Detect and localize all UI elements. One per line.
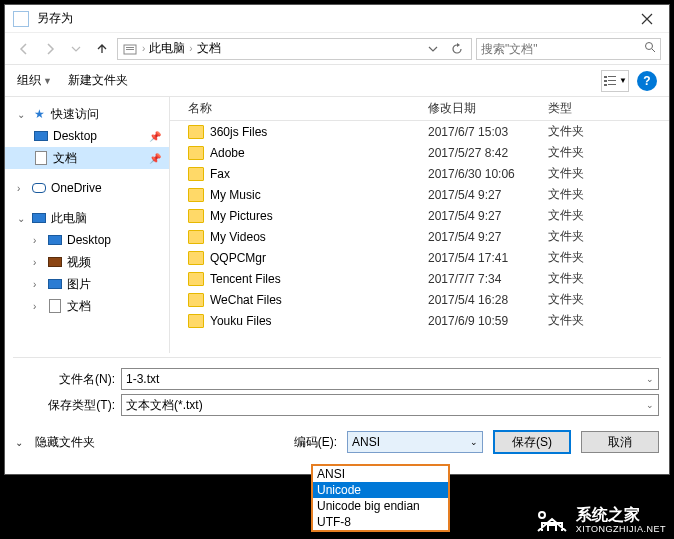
forward-button[interactable] [39, 38, 61, 60]
tree-onedrive[interactable]: ›OneDrive [5, 177, 169, 199]
file-date: 2017/6/9 10:59 [428, 314, 548, 328]
file-type: 文件夹 [548, 123, 584, 140]
logo-icon [534, 505, 570, 535]
svg-point-10 [539, 512, 545, 518]
file-name: My Pictures [210, 209, 428, 223]
table-row[interactable]: 360js Files2017/6/7 15:03文件夹 [170, 121, 669, 142]
tree-pictures[interactable]: ›图片 [5, 273, 169, 295]
footer: ⌄ 隐藏文件夹 编码(E): ANSI⌄ 保存(S) 取消 [5, 422, 669, 462]
search-box[interactable] [476, 38, 661, 60]
file-date: 2017/7/7 7:34 [428, 272, 548, 286]
file-type: 文件夹 [548, 165, 584, 182]
encoding-option[interactable]: Unicode [313, 482, 448, 498]
file-name: Youku Files [210, 314, 428, 328]
table-row[interactable]: QQPCMgr2017/5/4 17:41文件夹 [170, 247, 669, 268]
file-name: My Videos [210, 230, 428, 244]
col-name[interactable]: 名称 [188, 100, 428, 117]
tree-videos[interactable]: ›视频 [5, 251, 169, 273]
table-row[interactable]: My Pictures2017/5/4 9:27文件夹 [170, 205, 669, 226]
cancel-button[interactable]: 取消 [581, 431, 659, 453]
file-rows: 360js Files2017/6/7 15:03文件夹Adobe2017/5/… [170, 121, 669, 353]
table-row[interactable]: My Videos2017/5/4 9:27文件夹 [170, 226, 669, 247]
file-date: 2017/5/4 17:41 [428, 251, 548, 265]
encoding-label: 编码(E): [294, 434, 337, 451]
breadcrumb-root[interactable]: 此电脑 [149, 40, 185, 57]
organize-button[interactable]: 组织▼ [17, 72, 52, 89]
chevron-down-icon[interactable]: ⌄ [646, 374, 654, 384]
close-button[interactable] [625, 5, 669, 33]
chevron-down-icon: ⌄ [470, 437, 478, 447]
folder-icon [188, 230, 204, 244]
file-date: 2017/6/30 10:06 [428, 167, 548, 181]
tree-this-pc[interactable]: ⌄此电脑 [5, 207, 169, 229]
tree-quick-access[interactable]: ⌄★快速访问 [5, 103, 169, 125]
table-row[interactable]: Tencent Files2017/7/7 7:34文件夹 [170, 268, 669, 289]
folder-icon [188, 125, 204, 139]
address-bar[interactable]: › 此电脑 › 文档 [117, 38, 472, 60]
tree-documents[interactable]: 文档📌 [5, 147, 169, 169]
encoding-select[interactable]: ANSI⌄ [347, 431, 483, 453]
file-type: 文件夹 [548, 270, 584, 287]
encoding-option[interactable]: Unicode big endian [313, 498, 448, 514]
svg-rect-2 [126, 49, 134, 50]
folder-icon [188, 293, 204, 307]
encoding-option[interactable]: UTF-8 [313, 514, 448, 530]
refresh-icon[interactable] [447, 39, 467, 59]
svg-rect-1 [126, 47, 134, 48]
new-folder-button[interactable]: 新建文件夹 [68, 72, 128, 89]
file-date: 2017/5/4 9:27 [428, 230, 548, 244]
toolbar: 组织▼ 新建文件夹 ▼ ? [5, 65, 669, 97]
table-row[interactable]: My Music2017/5/4 9:27文件夹 [170, 184, 669, 205]
col-date[interactable]: 修改日期 [428, 100, 548, 117]
folder-icon [188, 251, 204, 265]
folder-icon [188, 188, 204, 202]
recent-button[interactable] [65, 38, 87, 60]
file-name: 360js Files [210, 125, 428, 139]
file-date: 2017/5/4 9:27 [428, 209, 548, 223]
help-button[interactable]: ? [637, 71, 657, 91]
search-input[interactable] [481, 42, 640, 56]
dialog-title: 另存为 [37, 10, 625, 27]
file-name: QQPCMgr [210, 251, 428, 265]
filename-input[interactable]: 1-3.txt⌄ [121, 368, 659, 390]
table-row[interactable]: Youku Files2017/6/9 10:59文件夹 [170, 310, 669, 331]
svg-rect-5 [608, 76, 616, 77]
app-icon [13, 11, 29, 27]
table-row[interactable]: WeChat Files2017/5/4 16:28文件夹 [170, 289, 669, 310]
breadcrumb-current[interactable]: 文档 [197, 40, 221, 57]
file-date: 2017/5/4 9:27 [428, 188, 548, 202]
watermark-title: 系统之家 [576, 505, 666, 524]
up-button[interactable] [91, 38, 113, 60]
hide-folders-link[interactable]: 隐藏文件夹 [35, 434, 95, 451]
file-type: 文件夹 [548, 186, 584, 203]
tree-desktop2[interactable]: ›Desktop [5, 229, 169, 251]
view-button[interactable]: ▼ [601, 70, 629, 92]
back-button[interactable] [13, 38, 35, 60]
save-button[interactable]: 保存(S) [493, 430, 571, 454]
col-type[interactable]: 类型 [548, 100, 628, 117]
nav-bar: › 此电脑 › 文档 [5, 33, 669, 65]
file-type: 文件夹 [548, 249, 584, 266]
chevron-down-icon[interactable]: ⌄ [646, 400, 654, 410]
file-name: My Music [210, 188, 428, 202]
folder-icon [188, 272, 204, 286]
address-dropdown-icon[interactable] [423, 39, 443, 59]
tree-desktop[interactable]: Desktop📌 [5, 125, 169, 147]
table-row[interactable]: Fax2017/6/30 10:06文件夹 [170, 163, 669, 184]
watermark: 系统之家 XITONGZHIJIA.NET [534, 505, 666, 535]
filetype-select[interactable]: 文本文档(*.txt)⌄ [121, 394, 659, 416]
svg-rect-9 [608, 84, 616, 85]
list-header: 名称 修改日期 类型 [170, 97, 669, 121]
form: 文件名(N): 1-3.txt⌄ 保存类型(T): 文本文档(*.txt)⌄ [5, 362, 669, 422]
tree-documents2[interactable]: ›文档 [5, 295, 169, 317]
file-type: 文件夹 [548, 228, 584, 245]
pin-icon: 📌 [149, 131, 161, 142]
table-row[interactable]: Adobe2017/5/27 8:42文件夹 [170, 142, 669, 163]
search-icon[interactable] [644, 41, 656, 56]
expand-icon[interactable]: ⌄ [15, 437, 25, 448]
encoding-option[interactable]: ANSI [313, 466, 448, 482]
file-type: 文件夹 [548, 207, 584, 224]
folder-icon [188, 167, 204, 181]
chevron-right-icon: › [142, 43, 145, 54]
watermark-url: XITONGZHIJIA.NET [576, 524, 666, 535]
